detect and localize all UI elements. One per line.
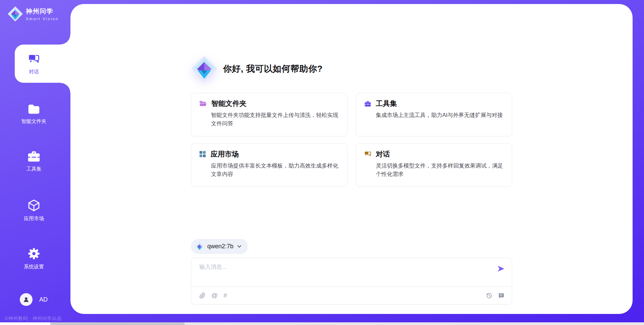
sidebar-item-label: 对话 — [29, 69, 39, 75]
copyright-footer: ©神州数码 · 神州问学出品 — [5, 316, 62, 322]
main-panel: 你好, 我可以如何帮助你? 智能文件夹 智能文件夹功能支持批量文件上传与清洗，轻… — [70, 4, 633, 314]
brand-subtitle: Smart Vision — [26, 17, 59, 21]
tab-fillet-bottom — [60, 83, 70, 93]
sidebar-item-chat[interactable]: 对话 — [15, 45, 70, 83]
model-selector[interactable]: qwen2:7b — [191, 239, 248, 254]
history-icon — [486, 292, 492, 299]
model-diamond-icon — [195, 242, 204, 251]
chat-bubble-icon — [364, 151, 372, 158]
sidebar-item-label: 工具集 — [0, 166, 68, 172]
card-app-market[interactable]: 应用市场 应用市场提供丰富长文本模板，助力高效生成多样化文章内容 — [191, 143, 347, 187]
grid-icon — [199, 150, 206, 158]
chevron-down-icon — [237, 244, 242, 249]
horizontal-scrollbar — [0, 322, 644, 325]
sidebar-item-smart-folder[interactable]: 智能文件夹 — [0, 103, 68, 125]
cube-icon — [27, 198, 41, 212]
card-title: 对话 — [376, 149, 390, 159]
app-logo: 神州问学 Smart Vision — [7, 6, 59, 22]
attach-button[interactable] — [199, 292, 206, 299]
scrollbar-corner — [0, 322, 50, 325]
hero-diamond-icon — [191, 55, 218, 82]
sidebar-item-toolset[interactable]: 工具集 — [0, 149, 68, 172]
sidebar-item-label: 系统设置 — [0, 264, 68, 270]
paperclip-icon — [199, 292, 206, 299]
sidebar-item-label: 应用市场 — [0, 215, 68, 222]
avatar — [20, 293, 33, 306]
gear-icon — [27, 247, 41, 261]
send-button[interactable] — [496, 264, 505, 274]
card-description: 应用市场提供丰富长文本模板，助力高效生成多样化文章内容 — [211, 161, 339, 178]
card-title: 智能文件夹 — [211, 99, 247, 108]
card-toolset[interactable]: 工具集 集成市场上主流工具，助力AI与外界无缝扩展与对接 — [356, 93, 513, 136]
app-window: 神州问学 Smart Vision 对话 智能文件夹 — [0, 0, 644, 325]
sidebar: 神州问学 Smart Vision 对话 智能文件夹 — [0, 0, 70, 325]
scrollbar-thumb[interactable] — [50, 322, 184, 325]
hashtag-button[interactable]: # — [223, 292, 227, 299]
card-smart-folder[interactable]: 智能文件夹 智能文件夹功能支持批量文件上传与清洗，轻松实现文件问答 — [191, 93, 347, 136]
card-title: 工具集 — [376, 99, 397, 108]
user-initials: AD — [39, 296, 48, 303]
card-description: 灵活切换多模型文件，支持多样回复效果调试，满足个性化需求 — [376, 161, 504, 178]
folder-icon — [26, 103, 41, 115]
history-button[interactable] — [486, 292, 492, 299]
chat-icon — [27, 53, 41, 66]
greeting-block: 你好, 我可以如何帮助你? — [191, 55, 512, 82]
toolbox-icon — [364, 100, 372, 107]
folder-open-icon — [199, 100, 207, 107]
briefcase-icon — [26, 149, 41, 163]
card-title: 应用市场 — [211, 149, 239, 159]
page-greeting: 你好, 我可以如何帮助你? — [223, 63, 323, 75]
feedback-button[interactable] — [498, 292, 504, 299]
feature-cards: 智能文件夹 智能文件夹功能支持批量文件上传与清洗，轻松实现文件问答 — [191, 93, 512, 187]
tab-fillet-top — [60, 35, 70, 45]
person-icon — [22, 296, 30, 303]
mention-button[interactable]: @ — [211, 292, 218, 299]
user-profile[interactable]: AD — [20, 293, 48, 306]
sidebar-item-label: 智能文件夹 — [0, 118, 68, 125]
sidebar-item-app-market[interactable]: 应用市场 — [0, 198, 68, 222]
card-description: 集成市场上主流工具，助力AI与外界无缝扩展与对接 — [376, 111, 504, 119]
message-input[interactable] — [199, 263, 496, 284]
sidebar-item-settings[interactable]: 系统设置 — [0, 247, 68, 270]
card-description: 智能文件夹功能支持批量文件上传与清洗，轻松实现文件问答 — [211, 111, 339, 128]
brand-diamond-icon — [7, 6, 23, 22]
send-icon — [496, 264, 505, 273]
card-chat[interactable]: 对话 灵活切换多模型文件，支持多样回复效果调试，满足个性化需求 — [356, 143, 513, 187]
brand-name: 神州问学 — [26, 7, 59, 16]
message-composer: @ # — [191, 258, 512, 305]
comment-icon — [498, 292, 504, 299]
model-name: qwen2:7b — [207, 243, 233, 250]
